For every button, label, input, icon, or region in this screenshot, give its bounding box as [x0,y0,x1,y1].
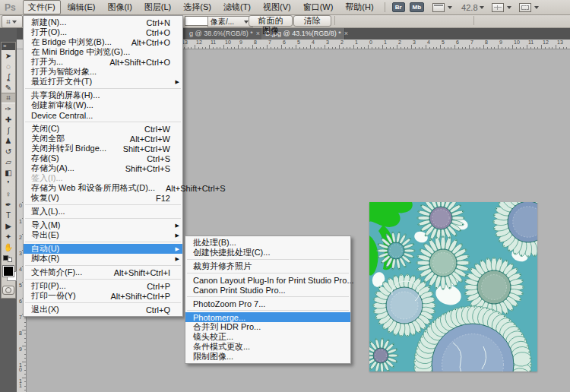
photoshop-window: { "menubar": { "logo": "Ps", "menus": [ … [0,0,570,392]
zoom-level-value[interactable]: 42.8 [461,3,477,12]
healing-brush-tool[interactable]: ✚ [2,114,15,125]
quick-mask-icon [5,287,11,293]
menu-separator [25,88,181,89]
quick-selection-tool[interactable]: ✎ [2,82,15,93]
tab-close-icon[interactable]: × [256,30,260,36]
menu-shortcut: Ctrl+Q [135,305,170,315]
options-divider [473,16,474,25]
menu-item[interactable]: 限制图像... [185,352,350,362]
zoom-level-dropdown-icon[interactable] [480,6,484,9]
clone-stamp-tool[interactable]: ♟ [2,135,15,146]
menu-shortcut: Alt+Shift+Ctrl+O [99,58,170,67]
view-extras-icon[interactable] [432,3,445,12]
tool-preset-picker[interactable]: ⌗ [2,15,23,28]
eraser-tool[interactable]: ▱ [2,156,15,167]
menu-help[interactable]: 帮助(H) [340,0,378,14]
menu-item[interactable]: 退出(X)Ctrl+Q [24,305,182,315]
menu-item[interactable]: 脚本(R)▶ [24,254,182,264]
menu-layer[interactable]: 图层(L) [139,0,176,14]
menu-item[interactable]: 置入(L)... [24,207,182,217]
menu-item[interactable]: Canon Print Studio Pro... [185,285,350,295]
pen-tool[interactable]: ✒ [2,199,15,210]
menu-separator [187,273,349,273]
menu-item[interactable]: 文件简介(F)...Alt+Shift+Ctrl+I [24,267,182,277]
blur-tool[interactable]: ❜ [2,178,15,188]
menubar-divider [385,2,385,12]
type-tool[interactable]: T [2,210,15,220]
menu-separator [25,122,181,122]
menu-item[interactable]: 最近打开文件(T)▶ [24,77,182,87]
collapse-panel-button[interactable]: » [2,43,15,50]
shape-tool[interactable]: ✦ [2,231,15,242]
menu-select[interactable]: 选择(S) [178,0,217,14]
menu-shortcut: Alt+Ctrl+O [121,38,170,47]
submenu-arrow-icon: ▶ [176,223,179,229]
menu-shortcut: Ctrl+P [136,282,170,291]
menu-view[interactable]: 视图(V) [258,0,296,14]
foreground-color-swatch[interactable] [3,266,14,277]
tools-panel: » ➤◌ʆ✎⌗✑✚∫♟↺▱◧❜♀✒T▶✦✋⌕ [1,42,16,299]
menu-filter[interactable]: 滤镜(T) [218,0,256,14]
view-extras-dropdown-icon[interactable] [448,6,452,9]
tool-preset-dropdown-icon [12,21,17,24]
menu-item[interactable]: 打印一份(Y)Alt+Shift+Ctrl+P [24,291,182,301]
move-tool[interactable]: ➤ [2,50,15,61]
options-divider [334,16,335,25]
automate-submenu: 批处理(B)...创建快捷批处理(C)...裁剪并修齐照片Canon Layou… [185,236,351,364]
history-brush-tool[interactable]: ↺ [2,146,15,156]
eyedropper-tool[interactable]: ✑ [2,103,15,114]
menu-separator [25,218,181,219]
resolution-unit-select[interactable]: 像素/... [207,16,253,27]
document-tab[interactable]: g @ 38.6%(RGB/8) *× [185,27,269,40]
screen-mode-icon[interactable] [519,3,531,12]
submenu-arrow-icon: ▶ [176,79,179,85]
menu-shortcut: Shift+Ctrl+S [115,164,170,173]
menu-item[interactable]: 恢复(V)F12 [24,193,182,203]
menu-separator [187,310,349,311]
launch-mini-bridge-button[interactable]: Mb [410,2,425,12]
menu-item[interactable]: Device Central... [24,110,182,120]
swap-colors-icon[interactable] [8,258,12,262]
menu-separator [187,296,349,297]
photoshop-logo: Ps [0,2,22,13]
menu-separator [25,302,181,303]
launch-bridge-button[interactable]: Br [392,2,405,12]
path-selection-tool[interactable]: ▶ [2,220,15,231]
menu-item[interactable]: 裁剪并修齐照片 [185,261,350,271]
arrange-documents-icon[interactable] [492,3,504,12]
clear-button[interactable]: 清除 [293,15,331,27]
menu-item[interactable]: 创建快捷批处理(C)... [185,248,350,258]
crop-size-input[interactable] [185,16,208,26]
front-image-button[interactable]: 前面的图像 [249,15,293,27]
marquee-tool[interactable]: ◌ [2,61,15,71]
menu-edit[interactable]: 编辑(E) [62,0,101,14]
menu-separator [25,242,181,242]
document-image[interactable] [369,202,537,371]
hand-tool[interactable]: ✋ [2,242,15,252]
submenu-arrow-icon: ▶ [176,232,179,239]
menu-shortcut: F12 [145,194,170,203]
brush-tool[interactable]: ∫ [2,125,15,135]
menu-item[interactable]: Canon Layout Plug-In for Print Studio Pr… [185,275,350,285]
menu-shortcut: Ctrl+N [136,18,170,27]
menu-file[interactable]: 文件(F) [23,0,61,14]
menu-image[interactable]: 图像(I) [102,0,137,14]
tab-close-icon[interactable]: × [344,30,348,36]
screen-mode-dropdown-icon[interactable] [534,6,539,9]
crop-tool[interactable]: ⌗ [2,93,15,103]
menu-separator [25,204,181,205]
menu-item[interactable]: 创建新审核(W)... [24,100,182,110]
quick-mask-button[interactable] [2,286,14,295]
menu-window[interactable]: 窗口(W) [298,0,339,14]
crop-tool-icon: ⌗ [6,17,11,27]
menu-item[interactable]: PhotoZoom Pro 7... [185,299,350,308]
menu-item[interactable]: 导出(E)▶ [24,230,182,240]
gradient-tool[interactable]: ◧ [2,167,15,178]
tab-label: g @ 38.6%(RGB/8) * [189,30,253,37]
submenu-arrow-icon: ▶ [176,246,179,252]
submenu-arrow-icon: ▶ [176,256,179,262]
dodge-tool[interactable]: ♀ [2,188,15,199]
lasso-tool[interactable]: ʆ [2,71,15,82]
arrange-documents-dropdown-icon[interactable] [507,6,511,9]
menu-separator [25,265,181,266]
